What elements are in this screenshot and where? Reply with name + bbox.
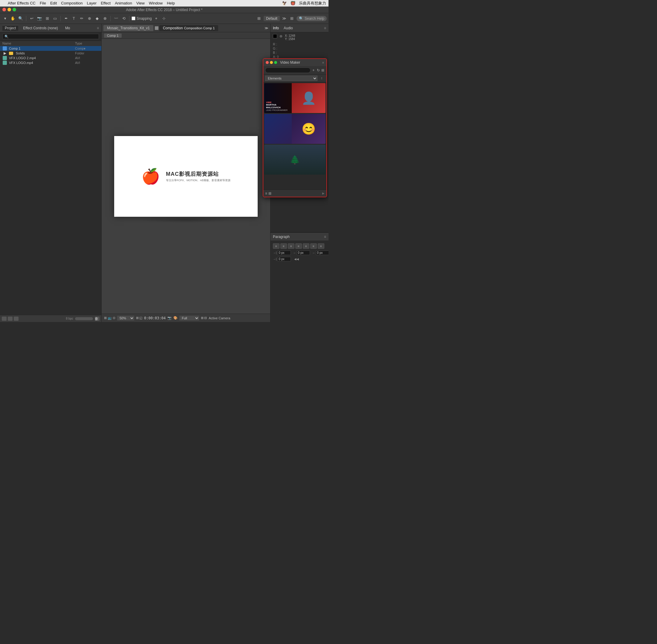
tab-effect-controls[interactable]: Effect Controls (none) <box>21 25 61 31</box>
new-folder-icon[interactable] <box>8 317 13 321</box>
search-box[interactable]: 🔍 Search Help <box>297 16 327 21</box>
close-button[interactable] <box>2 8 6 12</box>
menu-edit[interactable]: Edit <box>50 1 57 5</box>
project-search-input[interactable] <box>2 34 99 39</box>
viewer-icon-1[interactable]: ⊞ <box>104 316 107 320</box>
menu-help[interactable]: Help <box>167 1 175 5</box>
tab-comp1[interactable]: Composition Composition Comp 1 <box>159 25 218 31</box>
align-justify-btn[interactable]: ≡ <box>295 244 302 249</box>
align-justify-center-btn[interactable]: ≡ <box>310 244 317 249</box>
trash-icon[interactable]: 🗑 <box>95 317 99 321</box>
motion-tool[interactable]: 〰 <box>113 15 119 22</box>
menu-animation[interactable]: Animation <box>115 1 132 5</box>
align-justify-left-btn[interactable]: ≡ <box>303 244 309 249</box>
vm-thumbnail-3[interactable]: 🌲 <box>264 145 326 175</box>
viewer-icon-3[interactable]: ⊙ <box>113 316 115 320</box>
vm-minimize-btn[interactable] <box>270 61 273 64</box>
col-name-header[interactable]: Name <box>2 42 75 45</box>
bpc-slider[interactable] <box>75 317 93 320</box>
grid-view[interactable]: ⊞ <box>289 15 295 22</box>
color-picker-icon[interactable]: 🎨 <box>173 316 178 320</box>
menu-window[interactable]: Window <box>149 1 163 5</box>
list-item[interactable]: VFX LOGO.mp4 AVI <box>0 61 101 65</box>
new-comp-icon[interactable] <box>2 317 6 321</box>
select-tool[interactable]: ▾ <box>2 15 8 22</box>
text-tool[interactable]: T <box>71 15 77 22</box>
workspace-expand[interactable]: ≫ <box>281 15 287 22</box>
vm-category-dropdown[interactable]: Elements <box>265 76 318 81</box>
vm-menu-icon[interactable]: ≡ <box>322 61 324 64</box>
indent-right-input[interactable] <box>297 251 310 255</box>
tab-info[interactable]: Info <box>273 26 279 30</box>
align-center-btn[interactable]: ≡ <box>280 244 287 249</box>
list-item[interactable]: Comp 1 Comp♦ <box>0 46 101 51</box>
snapping-checkbox[interactable] <box>132 17 135 20</box>
clone-tool[interactable]: ⊕ <box>86 15 93 22</box>
search-project-icon[interactable] <box>14 317 19 321</box>
vm-upload-icon[interactable]: ↑ <box>319 75 325 81</box>
paragraph-menu-icon[interactable]: ≡ <box>324 235 326 239</box>
quality-select[interactable]: FullHalfQuarter <box>179 316 199 321</box>
vm-layout-icon[interactable]: ⊞ <box>321 67 325 73</box>
menu-composition[interactable]: Composition <box>61 1 83 5</box>
comp-subtab-label[interactable]: Comp 1 <box>104 33 122 38</box>
undo-tool[interactable]: ↩ <box>28 15 35 22</box>
rect-tool[interactable]: ▭ <box>52 15 58 22</box>
render-icon[interactable]: ⊟ <box>204 316 207 320</box>
vm-add-icon[interactable]: + <box>312 67 315 73</box>
space-before-input[interactable] <box>278 257 291 261</box>
indent-left-input[interactable] <box>278 251 291 255</box>
hand-tool[interactable]: ✋ <box>9 15 16 22</box>
vm-list-view-btn[interactable]: ≡ <box>265 191 267 196</box>
snap-icon2[interactable]: ⊹ <box>161 15 167 22</box>
menu-file[interactable]: File <box>40 1 46 5</box>
zoom-tool[interactable]: 🔍 <box>17 15 24 22</box>
window-controls[interactable] <box>2 8 16 12</box>
pen-tool[interactable]: ✒ <box>63 15 69 22</box>
composition-viewer[interactable]: 🍎 MAC影视后期资源站 专注分享FCPX、MOTION、AE模板、影音素材等资… <box>102 39 270 314</box>
snapping-toggle[interactable]: Snapping <box>132 17 152 21</box>
workspace-label[interactable]: Default <box>264 16 280 21</box>
menu-layer[interactable]: Layer <box>87 1 97 5</box>
menu-effect[interactable]: Effect <box>101 1 111 5</box>
puppet-tool[interactable]: ⊗ <box>102 15 108 22</box>
list-item[interactable]: VFX LOGO 2.mp4 AVI <box>0 55 101 61</box>
info-menu-icon[interactable]: ≡ <box>324 26 326 30</box>
vm-grid-view-btn[interactable]: ⊞ <box>268 191 272 196</box>
vm-thumbnail-1[interactable]: VIBE MARTHAMALCOVICH LEAD PROGRAMMER 👤 <box>264 83 326 113</box>
col-type-header[interactable]: Type <box>75 42 99 45</box>
camera-tool[interactable]: 📷 <box>36 15 43 22</box>
indent-before-input[interactable] <box>316 251 329 255</box>
align-left-btn[interactable]: ≡ <box>273 244 280 249</box>
roto-tool[interactable]: ⟲ <box>120 15 127 22</box>
minimize-button[interactable] <box>7 8 11 12</box>
panel-menu-icon[interactable]: ≡ <box>97 26 99 30</box>
tab-project[interactable]: Project <box>2 25 18 31</box>
menu-ae[interactable]: After Effects CC <box>8 1 36 5</box>
snap-icon[interactable]: ⌖ <box>153 15 160 22</box>
tab-mosaic[interactable]: Mosaic_Transitions_Kit_v1 <box>103 25 153 31</box>
tab-audio[interactable]: Audio <box>284 26 293 30</box>
vm-refresh-icon[interactable]: ↻ <box>316 67 320 73</box>
fullscreen-button[interactable] <box>13 8 16 12</box>
zoom-select[interactable]: 50%100%25% <box>117 316 134 321</box>
tab-mo[interactable]: Mo <box>63 25 73 31</box>
vm-thumbnail-2[interactable]: 😊 <box>264 114 326 144</box>
panel-menu[interactable]: ≫ <box>264 26 268 30</box>
align-justify-right-btn[interactable]: ≡ <box>318 244 324 249</box>
vm-fullscreen-btn[interactable] <box>274 61 277 64</box>
list-item[interactable]: ▶ Solids Folder <box>0 51 101 55</box>
safe-icon[interactable]: ◱ <box>139 316 142 320</box>
menu-view[interactable]: View <box>136 1 145 5</box>
vm-close-btn[interactable] <box>266 61 269 64</box>
camera-capture-icon[interactable]: 📷 <box>167 316 171 320</box>
vm-window-controls[interactable] <box>266 61 277 64</box>
paint-tool[interactable]: ✏ <box>78 15 85 22</box>
vm-right-arrow[interactable]: ▶ <box>322 192 325 195</box>
expand-icon[interactable]: ⊞ <box>256 15 262 22</box>
align-right-btn[interactable]: ≡ <box>288 244 295 249</box>
fit-icon[interactable]: ⊞ <box>136 316 139 320</box>
grid-tool[interactable]: ⊞ <box>44 15 50 22</box>
viewer-icon-2[interactable]: 📺 <box>108 316 112 320</box>
preview-icon[interactable]: ⊞ <box>201 316 204 320</box>
